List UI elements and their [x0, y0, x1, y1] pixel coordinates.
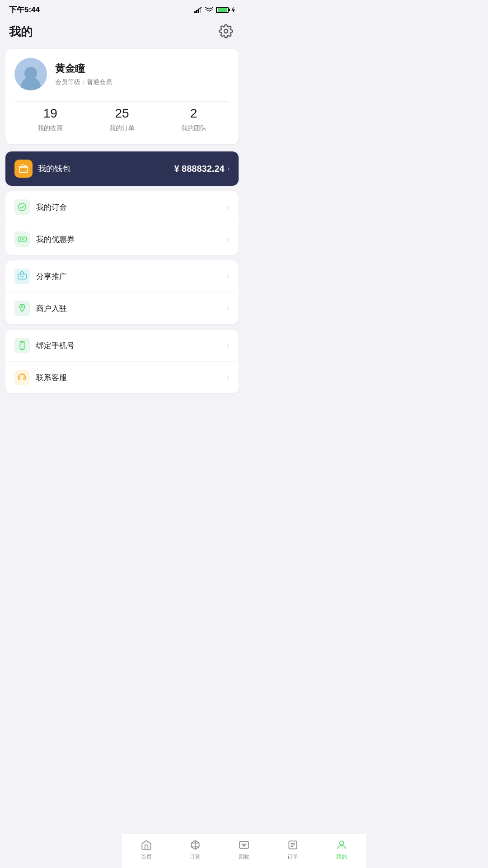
- svg-point-6: [224, 29, 228, 33]
- merchant-icon-wrap: [14, 301, 30, 316]
- favorites-count: 19: [43, 106, 57, 121]
- menu-deposit[interactable]: 我的订金 ›: [5, 191, 239, 223]
- phone-label: 绑定手机号: [36, 340, 227, 351]
- wallet-icon: [19, 164, 28, 174]
- avatar[interactable]: [14, 58, 47, 90]
- share-chevron-icon: ›: [227, 272, 230, 281]
- signal-icon: [194, 7, 202, 13]
- phone-icon: [17, 340, 27, 350]
- wifi-icon: [205, 7, 213, 13]
- battery-icon: [216, 7, 229, 13]
- service-label: 联系客服: [36, 373, 227, 383]
- orders-label: 我的订单: [109, 124, 135, 132]
- service-icon: [17, 373, 27, 382]
- coupon-icon-wrap: [14, 231, 30, 247]
- stats-row: 19 我的收藏 25 我的订单 2 我的团队: [14, 101, 230, 140]
- page-title: 我的: [9, 24, 33, 40]
- wallet-card[interactable]: 我的钱包 ¥ 888832.24 ›: [5, 151, 239, 186]
- svg-point-11: [21, 306, 23, 308]
- menu-group-1: 我的订金 › 我的优惠券 ›: [5, 191, 239, 255]
- svg-point-13: [22, 348, 23, 349]
- header: 我的: [0, 18, 244, 49]
- svg-point-8: [19, 203, 26, 211]
- deposit-icon-wrap: [14, 199, 30, 215]
- wallet-amount: ¥ 888832.24: [174, 164, 224, 174]
- bolt-icon: [231, 7, 235, 13]
- stat-orders[interactable]: 25 我的订单: [109, 106, 135, 132]
- menu-group-2: 分享推广 › 商户入驻 ›: [5, 260, 239, 324]
- svg-rect-7: [19, 166, 28, 172]
- team-count: 2: [190, 106, 197, 121]
- gear-icon: [219, 24, 233, 38]
- orders-count: 25: [115, 106, 129, 121]
- svg-rect-9: [18, 237, 26, 241]
- service-icon-wrap: [14, 370, 30, 385]
- wallet-chevron-icon: ›: [227, 165, 230, 173]
- deposit-chevron-icon: ›: [227, 203, 230, 212]
- profile-level: 会员等级：普通会员: [55, 78, 112, 86]
- menu-merchant[interactable]: 商户入驻 ›: [5, 292, 239, 324]
- svg-rect-10: [18, 274, 26, 279]
- menu-service[interactable]: 联系客服 ›: [5, 362, 239, 393]
- status-time: 下午5:44: [9, 5, 40, 15]
- menu-group-3: 绑定手机号 › 联系客服 ›: [5, 330, 239, 393]
- coupon-label: 我的优惠券: [36, 234, 227, 245]
- profile-card: 黄金瞳 会员等级：普通会员 19 我的收藏 25 我的订单 2 我的团队: [5, 49, 239, 144]
- favorites-label: 我的收藏: [38, 124, 63, 132]
- settings-button[interactable]: [217, 22, 235, 42]
- merchant-chevron-icon: ›: [227, 304, 230, 313]
- menu-phone[interactable]: 绑定手机号 ›: [5, 330, 239, 362]
- team-label: 我的团队: [181, 124, 206, 132]
- deposit-icon: [17, 202, 27, 212]
- menu-share[interactable]: 分享推广 ›: [5, 260, 239, 292]
- wallet-icon-wrap: [14, 160, 33, 178]
- share-icon-wrap: [14, 269, 30, 284]
- status-icons: [194, 7, 235, 13]
- coupon-chevron-icon: ›: [227, 235, 230, 244]
- merchant-label: 商户入驻: [36, 303, 227, 314]
- service-chevron-icon: ›: [227, 373, 230, 382]
- menu-coupon[interactable]: 我的优惠券 ›: [5, 223, 239, 255]
- svg-marker-5: [231, 7, 235, 13]
- coupon-icon: [17, 234, 27, 244]
- stat-favorites[interactable]: 19 我的收藏: [38, 106, 63, 132]
- merchant-icon: [17, 303, 27, 313]
- stat-team[interactable]: 2 我的团队: [181, 106, 206, 132]
- share-label: 分享推广: [36, 271, 227, 282]
- share-icon: [17, 271, 27, 281]
- wallet-label: 我的钱包: [38, 163, 70, 174]
- profile-name: 黄金瞳: [55, 62, 112, 75]
- phone-icon-wrap: [14, 338, 30, 353]
- status-bar: 下午5:44: [0, 0, 244, 18]
- deposit-label: 我的订金: [36, 202, 227, 212]
- phone-chevron-icon: ›: [227, 341, 230, 350]
